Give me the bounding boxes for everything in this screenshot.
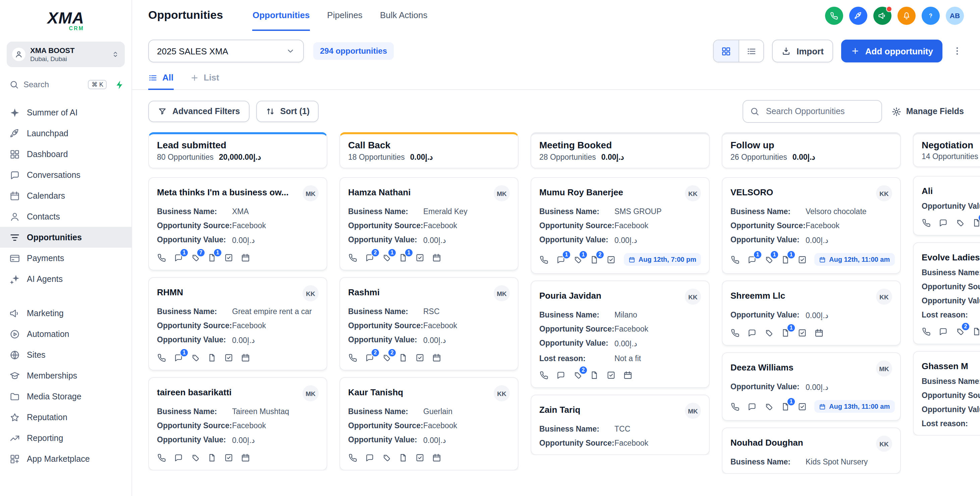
- tag-action[interactable]: [764, 328, 773, 338]
- user-avatar[interactable]: AB: [946, 6, 964, 24]
- phone-action[interactable]: [730, 402, 740, 411]
- tag-action[interactable]: [191, 453, 200, 463]
- opportunity-card[interactable]: Nouhad DoughanKKBusiness Name:Kids Spot …: [722, 427, 901, 474]
- assignee-avatar[interactable]: MK: [685, 403, 701, 419]
- more-options-button[interactable]: [950, 44, 964, 58]
- pipeline-select[interactable]: 2025 SALES XMA: [148, 40, 304, 62]
- chat-action[interactable]: 2: [365, 353, 374, 362]
- opportunity-card[interactable]: VELSOROKKBusiness Name:Velsoro chocolate…: [722, 177, 901, 274]
- check-action[interactable]: [415, 453, 425, 463]
- chat-action[interactable]: 2: [365, 253, 374, 262]
- notifications-button[interactable]: [897, 6, 916, 24]
- tag-action[interactable]: [764, 402, 773, 411]
- assignee-avatar[interactable]: KK: [685, 185, 701, 201]
- sidebar-item-automation[interactable]: Automation: [0, 324, 132, 344]
- appointment-badge[interactable]: Aug 13th, 11:00 am: [814, 400, 894, 413]
- note-action[interactable]: [398, 453, 408, 463]
- tag-action[interactable]: 1: [573, 255, 582, 264]
- opportunity-card[interactable]: Ghassen MBusiness Name:Opportunity Sourc…: [913, 351, 980, 435]
- tag-action[interactable]: 2: [573, 370, 582, 380]
- sidebar-item-media-storage[interactable]: Media Storage: [0, 386, 132, 407]
- sidebar-item-contacts[interactable]: Contacts: [0, 206, 132, 227]
- phone-action[interactable]: [157, 453, 166, 463]
- check-action[interactable]: [797, 328, 807, 338]
- note-action[interactable]: 2: [590, 255, 599, 264]
- quick-actions-button[interactable]: [115, 80, 125, 89]
- launchpad-button[interactable]: [849, 6, 867, 24]
- appointment-badge[interactable]: Aug 12th, 7:00 pm: [624, 253, 701, 266]
- tag-action[interactable]: 2: [382, 353, 391, 362]
- opportunity-card[interactable]: Pouria JavidanKKBusiness Name:MilanoOppo…: [531, 281, 710, 388]
- calendar-action[interactable]: [241, 453, 250, 463]
- sidebar-item-payments[interactable]: Payments: [0, 248, 132, 268]
- sidebar-item-sites[interactable]: Sites: [0, 344, 132, 365]
- phone-action[interactable]: [730, 328, 740, 338]
- search-opportunities-input[interactable]: [765, 106, 875, 117]
- check-action[interactable]: [224, 253, 234, 262]
- note-action[interactable]: [207, 453, 217, 463]
- opportunity-card[interactable]: Mumu Roy BanerjeeKKBusiness Name:SMS GRO…: [531, 177, 710, 274]
- tag-action[interactable]: 2: [955, 327, 964, 336]
- assignee-avatar[interactable]: KK: [876, 435, 892, 452]
- note-action[interactable]: [590, 370, 599, 380]
- assignee-avatar[interactable]: KK: [302, 285, 319, 301]
- chat-action[interactable]: [939, 327, 948, 336]
- phone-action[interactable]: [348, 253, 358, 262]
- sidebar-item-reputation[interactable]: Reputation: [0, 407, 132, 427]
- call-button[interactable]: [825, 6, 843, 24]
- chat-action[interactable]: 1: [747, 255, 757, 264]
- sidebar-item-opportunities[interactable]: Opportunities: [0, 227, 132, 248]
- chat-action[interactable]: [747, 402, 757, 411]
- help-button[interactable]: [922, 6, 940, 24]
- opportunity-card[interactable]: Zain TariqMKBusiness Name:TCCOpportunity…: [531, 395, 710, 455]
- sidebar-item-marketing[interactable]: Marketing: [0, 303, 132, 324]
- phone-action[interactable]: [348, 353, 358, 362]
- check-action[interactable]: [606, 370, 616, 380]
- phone-action[interactable]: [922, 327, 931, 336]
- manage-fields-button[interactable]: Manage Fields: [891, 106, 964, 116]
- chat-action[interactable]: [365, 453, 374, 463]
- note-action[interactable]: 1: [207, 253, 217, 262]
- calendar-action[interactable]: [241, 353, 250, 362]
- opportunity-card[interactable]: Evolve LadiesBusiness Name:Opportunity S…: [913, 242, 980, 344]
- assignee-avatar[interactable]: MK: [494, 285, 510, 301]
- sidebar-item-ai-agents[interactable]: AI Agents: [0, 268, 132, 289]
- note-action[interactable]: 1: [781, 255, 790, 264]
- assignee-avatar[interactable]: MK: [302, 185, 319, 201]
- sidebar-item-memberships[interactable]: Memberships: [0, 365, 132, 386]
- calendar-action[interactable]: [432, 353, 441, 362]
- opportunity-card[interactable]: Meta thinks I'm a business ow...MKBusine…: [148, 177, 327, 271]
- sidebar-item-dashboard[interactable]: Dashboard: [0, 144, 132, 164]
- account-switcher[interactable]: XMA BOOST Dubai, Dubai: [7, 41, 125, 67]
- opportunity-card[interactable]: taireen basarikattiMKBusiness Name:Taire…: [148, 377, 327, 470]
- announcements-button[interactable]: [873, 6, 891, 24]
- tab-opportunities[interactable]: Opportunities: [253, 0, 310, 31]
- list-view-button[interactable]: [739, 40, 764, 62]
- opportunity-card[interactable]: Deeza WilliamsMKOpportunity Value:0.00د.…: [722, 352, 901, 421]
- tag-action[interactable]: [955, 218, 964, 228]
- phone-action[interactable]: [922, 218, 931, 228]
- phone-action[interactable]: [730, 255, 740, 264]
- import-button[interactable]: Import: [772, 40, 833, 62]
- tag-action[interactable]: 1: [764, 255, 773, 264]
- check-action[interactable]: [224, 453, 234, 463]
- tab-all[interactable]: All: [148, 72, 173, 90]
- chat-action[interactable]: [939, 218, 948, 228]
- calendar-action[interactable]: [432, 453, 441, 463]
- opportunity-card[interactable]: RHMNKKBusiness Name:Great empire rent a …: [148, 277, 327, 370]
- calendar-action[interactable]: [432, 253, 441, 262]
- chat-action[interactable]: 1: [174, 353, 183, 362]
- sidebar-item-conversations[interactable]: Conversations: [0, 164, 132, 185]
- tag-action[interactable]: [191, 353, 200, 362]
- phone-action[interactable]: [348, 453, 358, 463]
- sidebar-item-calendars[interactable]: Calendars: [0, 185, 132, 206]
- opportunity-card[interactable]: Kaur TanishqKKBusiness Name:GuerlainOppo…: [339, 377, 519, 470]
- opportunity-card[interactable]: RashmiMKBusiness Name:RSCOpportunity Sou…: [339, 277, 519, 370]
- assignee-avatar[interactable]: MK: [494, 185, 510, 201]
- note-action[interactable]: 1: [972, 218, 980, 228]
- calendar-action[interactable]: [623, 370, 633, 380]
- check-action[interactable]: [415, 353, 425, 362]
- grid-view-button[interactable]: [714, 40, 739, 62]
- search-input[interactable]: Search ⌘ K: [7, 75, 109, 94]
- calendar-action[interactable]: [814, 328, 824, 338]
